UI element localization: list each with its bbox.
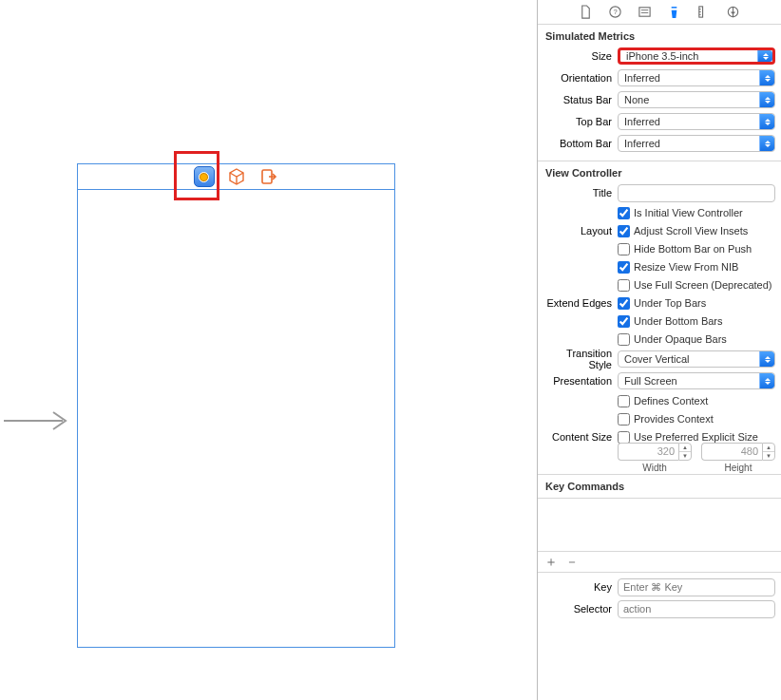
adjust-scroll-checkbox[interactable] (618, 225, 630, 237)
extend-edges-label: Extend Edges (543, 297, 618, 309)
height-stepper[interactable]: ▲▼ (762, 443, 775, 461)
under-top-checkbox[interactable] (618, 297, 630, 310)
provides-context-checkbox[interactable] (618, 413, 630, 426)
svg-rect-4 (639, 8, 650, 16)
statusbar-combo[interactable]: None (618, 91, 775, 108)
hide-bottom-checkbox[interactable] (618, 243, 630, 255)
inspector-panel: ? Simulated Metrics Size iPhone 3.5-inch (537, 0, 781, 700)
tab-help-icon[interactable]: ? (607, 4, 624, 21)
chevron-updown-icon (759, 114, 774, 129)
section-key-commands-fields: Key Selector (538, 573, 781, 626)
chevron-updown-icon (759, 70, 774, 85)
defines-context-checkbox[interactable] (618, 395, 630, 407)
hide-bottom-label: Hide Bottom Bar on Push (634, 243, 752, 255)
selector-label: Selector (543, 603, 618, 615)
first-responder-cube-icon[interactable] (226, 166, 247, 187)
defines-context-label: Defines Context (634, 395, 708, 407)
presentation-combo[interactable]: Full Screen (618, 372, 775, 389)
height-value[interactable]: 480 (701, 443, 762, 461)
key-commands-heading: Key Commands (543, 478, 775, 495)
highlight-view-controller-icon (174, 151, 219, 200)
key-field (618, 578, 775, 596)
chevron-updown-icon (759, 92, 774, 107)
width-stepper[interactable]: ▲▼ (678, 443, 692, 461)
under-top-label: Under Top Bars (634, 297, 706, 309)
canvas-area[interactable] (0, 0, 537, 700)
width-value[interactable]: 320 (618, 443, 678, 461)
size-label: Size (543, 50, 618, 62)
key-commands-list[interactable] (538, 499, 781, 552)
key-commands-toolbar: ＋ － (538, 552, 781, 573)
chevron-updown-icon (759, 136, 774, 151)
topbar-label: Top Bar (543, 116, 618, 127)
is-initial-label: Is Initial View Controller (634, 207, 743, 218)
chevron-updown-icon (757, 50, 772, 62)
svg-text:?: ? (613, 8, 617, 16)
remove-button[interactable]: － (564, 554, 580, 571)
segue-arrow (4, 410, 72, 431)
orientation-combo[interactable]: Inferred (618, 69, 775, 86)
section-simulated-metrics: Simulated Metrics Size iPhone 3.5-inch O… (538, 25, 781, 161)
scene-dock (78, 164, 394, 190)
use-full-checkbox[interactable] (618, 279, 630, 292)
is-initial-checkbox[interactable] (618, 207, 630, 219)
transition-combo[interactable]: Cover Vertical (618, 350, 775, 368)
presentation-value: Full Screen (624, 375, 677, 387)
resize-nib-checkbox[interactable] (618, 261, 630, 274)
scene-device-frame[interactable] (77, 163, 395, 648)
selector-field (618, 600, 775, 618)
tab-connections-icon[interactable] (725, 4, 742, 21)
section-key-commands-header: Key Commands (538, 475, 781, 499)
view-controller-heading: View Controller (543, 164, 775, 181)
orientation-label: Orientation (543, 72, 618, 84)
size-value: iPhone 3.5-inch (626, 50, 698, 62)
statusbar-value: None (624, 94, 649, 105)
tab-identity-icon[interactable] (637, 4, 654, 21)
transition-label: Transition Style (543, 348, 618, 370)
width-sublabel: Width (618, 463, 692, 473)
provides-context-label: Provides Context (634, 413, 714, 425)
tab-ruler-icon[interactable] (695, 4, 713, 21)
content-size-label: Content Size (543, 431, 618, 443)
adjust-scroll-label: Adjust Scroll View Insets (634, 225, 748, 236)
presentation-label: Presentation (543, 375, 618, 387)
under-bottom-label: Under Bottom Bars (634, 315, 723, 327)
tab-attributes-icon[interactable] (666, 4, 683, 21)
title-field[interactable] (618, 184, 775, 202)
inspector-tab-bar: ? (538, 0, 781, 25)
under-opaque-label: Under Opaque Bars (634, 333, 727, 345)
tab-file-icon[interactable] (578, 4, 595, 21)
under-opaque-checkbox[interactable] (618, 333, 630, 346)
title-label: Title (543, 187, 618, 199)
add-button[interactable]: ＋ (543, 554, 559, 571)
layout-label: Layout (543, 225, 618, 236)
size-combo[interactable]: iPhone 3.5-inch (618, 47, 775, 65)
topbar-combo[interactable]: Inferred (618, 113, 775, 130)
resize-nib-label: Resize View From NIB (634, 261, 738, 273)
orientation-value: Inferred (624, 72, 660, 84)
statusbar-label: Status Bar (543, 94, 618, 105)
topbar-value: Inferred (624, 116, 660, 127)
bottombar-combo[interactable]: Inferred (618, 135, 775, 152)
chevron-updown-icon (759, 351, 774, 367)
chevron-updown-icon (759, 373, 774, 388)
bottombar-label: Bottom Bar (543, 138, 618, 149)
section-view-controller: View Controller Title Is Initial View Co… (538, 161, 781, 475)
height-sublabel: Height (701, 463, 775, 473)
key-label: Key (543, 581, 618, 593)
exit-icon[interactable] (258, 166, 279, 187)
under-bottom-checkbox[interactable] (618, 315, 630, 328)
simulated-metrics-heading: Simulated Metrics (543, 28, 775, 45)
bottombar-value: Inferred (624, 138, 660, 149)
use-full-label: Use Full Screen (Deprecated) (634, 279, 772, 291)
transition-value: Cover Vertical (624, 353, 689, 365)
